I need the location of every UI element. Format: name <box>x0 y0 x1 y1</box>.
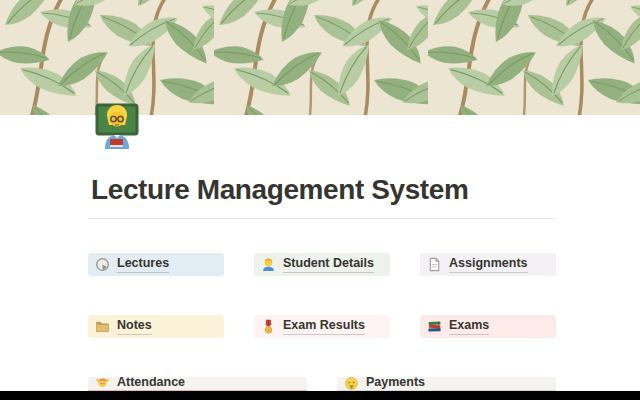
page-icon <box>427 257 442 272</box>
globe-icon <box>95 257 110 272</box>
card-exam-results[interactable]: Exam Results <box>254 315 390 338</box>
card-assignments[interactable]: Assignments <box>420 253 556 276</box>
student-icon <box>261 257 276 272</box>
card-label: Payments <box>366 375 425 391</box>
bottom-black-bar <box>0 391 640 400</box>
card-label: Assignments <box>449 256 528 272</box>
woman-teacher-emoji-svg <box>92 99 142 149</box>
willow-pattern-svg <box>0 0 640 115</box>
divider <box>88 218 556 219</box>
cards-row-1: Lectures Student Details As <box>88 253 556 276</box>
cards-row-2: Notes Exam Results <box>88 315 556 338</box>
books-icon <box>427 319 442 334</box>
cards-row-3: Attendance Payments <box>88 377 556 392</box>
cover-image <box>0 0 640 115</box>
medal-icon <box>261 319 276 334</box>
money-face-icon <box>344 376 359 391</box>
card-payments[interactable]: Payments <box>337 377 556 392</box>
person-raising-hand-icon <box>95 376 110 391</box>
page-title[interactable]: Lecture Management System <box>91 174 468 206</box>
cards-grid: Lectures Student Details As <box>88 253 556 400</box>
card-notes[interactable]: Notes <box>88 315 224 338</box>
woman-teacher-icon[interactable] <box>92 99 142 149</box>
card-label: Exams <box>449 318 489 334</box>
folder-icon <box>95 319 110 334</box>
card-exams[interactable]: Exams <box>420 315 556 338</box>
card-label: Lectures <box>117 256 169 272</box>
card-label: Notes <box>117 318 152 334</box>
card-student-details[interactable]: Student Details <box>254 253 390 276</box>
card-label: Student Details <box>283 256 374 272</box>
card-label: Attendance <box>117 375 185 391</box>
card-label: Exam Results <box>283 318 365 334</box>
card-attendance[interactable]: Attendance <box>88 377 307 392</box>
card-lectures[interactable]: Lectures <box>88 253 224 276</box>
